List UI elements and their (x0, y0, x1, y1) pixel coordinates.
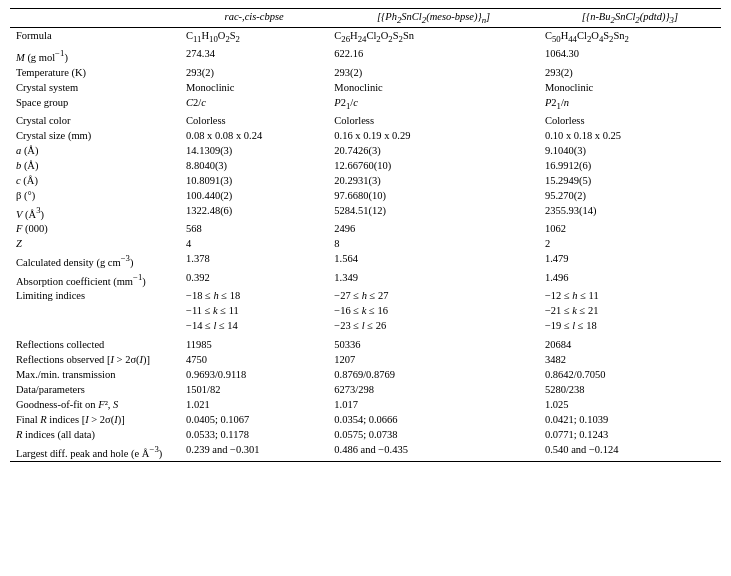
label-molar-mass: M (g mol−1) (10, 46, 180, 65)
value-crystal-system-c1: Monoclinic (180, 80, 328, 95)
value-b-c2: 12.66760(10) (328, 158, 539, 173)
value-limiting-k-c2: −16 ≤ k ≤ 16 (328, 303, 539, 318)
value-crystal-size-c2: 0.16 x 0.19 x 0.29 (328, 128, 539, 143)
value-a-c3: 9.1040(3) (539, 143, 721, 158)
value-crystal-size-c1: 0.08 x 0.08 x 0.24 (180, 128, 328, 143)
value-r-indices-observed-c1: 0.0405; 0.1067 (180, 412, 328, 427)
label-diff-peak: Largest diff. peak and hole (e Å−3) (10, 442, 180, 461)
row-diff-peak: Largest diff. peak and hole (e Å−3) 0.23… (10, 442, 721, 461)
row-formula: Formula C11H10O2S2 C26H24Cl2O2S2Sn C50H4… (10, 28, 721, 47)
value-data-parameters-c1: 1501/82 (180, 382, 328, 397)
label-crystal-system: Crystal system (10, 80, 180, 95)
value-limiting-h-c1: −18 ≤ h ≤ 18 (180, 288, 328, 303)
label-f000: F (000) (10, 221, 180, 236)
value-molar-mass-c1: 274.34 (180, 46, 328, 65)
value-volume-c3: 2355.93(14) (539, 203, 721, 222)
value-z-c1: 4 (180, 236, 328, 251)
value-transmission-c1: 0.9693/0.9118 (180, 367, 328, 382)
value-limiting-l-c1: −14 ≤ l ≤ 14 (180, 318, 328, 333)
row-reflections-observed: Reflections observed [I > 2σ(I)] 4750 12… (10, 352, 721, 367)
label-limiting-indices-k (10, 303, 180, 318)
value-transmission-c3: 0.8642/0.7050 (539, 367, 721, 382)
row-crystal-size: Crystal size (mm) 0.08 x 0.08 x 0.24 0.1… (10, 128, 721, 143)
row-r-indices-observed: Final R indices [I > 2σ(I)] 0.0405; 0.10… (10, 412, 721, 427)
label-z: Z (10, 236, 180, 251)
label-goodness-of-fit: Goodness-of-fit on F², S (10, 397, 180, 412)
label-crystal-size: Crystal size (mm) (10, 128, 180, 143)
row-space-group: Space group C2/c P21/c P21/n (10, 95, 721, 113)
value-space-group-c1: C2/c (180, 95, 328, 113)
value-limiting-k-c1: −11 ≤ k ≤ 11 (180, 303, 328, 318)
row-f000: F (000) 568 2496 1062 (10, 221, 721, 236)
row-absorption: Absorption coefficient (mm−1) 0.392 1.34… (10, 270, 721, 289)
value-reflections-collected-c2: 50336 (328, 333, 539, 352)
value-c-c2: 20.2931(3) (328, 173, 539, 188)
value-formula-c3: C50H44Cl2O4S2Sn2 (539, 28, 721, 47)
label-r-indices-all: R indices (all data) (10, 427, 180, 442)
row-volume: V (Å3) 1322.48(6) 5284.51(12) 2355.93(14… (10, 203, 721, 222)
value-molar-mass-c3: 1064.30 (539, 46, 721, 65)
value-r-indices-all-c2: 0.0575; 0.0738 (328, 427, 539, 442)
value-beta-c3: 95.270(2) (539, 188, 721, 203)
label-data-parameters: Data/parameters (10, 382, 180, 397)
header-compound2: [{Ph2SnCl2(meso-bpse)}n] (328, 9, 539, 28)
label-reflections-observed: Reflections observed [I > 2σ(I)] (10, 352, 180, 367)
value-limiting-l-c3: −19 ≤ l ≤ 18 (539, 318, 721, 333)
value-data-parameters-c3: 5280/238 (539, 382, 721, 397)
row-b: b (Å) 8.8040(3) 12.66760(10) 16.9912(6) (10, 158, 721, 173)
value-data-parameters-c2: 6273/298 (328, 382, 539, 397)
value-beta-c2: 97.6680(10) (328, 188, 539, 203)
value-r-indices-all-c1: 0.0533; 0.1178 (180, 427, 328, 442)
value-r-indices-all-c3: 0.0771; 0.1243 (539, 427, 721, 442)
value-density-c1: 1.378 (180, 251, 328, 270)
label-limiting-indices-l (10, 318, 180, 333)
value-goodness-of-fit-c1: 1.021 (180, 397, 328, 412)
value-formula-c1: C11H10O2S2 (180, 28, 328, 47)
value-crystal-size-c3: 0.10 x 0.18 x 0.25 (539, 128, 721, 143)
row-beta: β (°) 100.440(2) 97.6680(10) 95.270(2) (10, 188, 721, 203)
value-absorption-c2: 1.349 (328, 270, 539, 289)
value-diff-peak-c3: 0.540 and −0.124 (539, 442, 721, 461)
value-c-c1: 10.8091(3) (180, 173, 328, 188)
value-temperature-c3: 293(2) (539, 65, 721, 80)
label-r-indices-observed: Final R indices [I > 2σ(I)] (10, 412, 180, 427)
row-r-indices-all: R indices (all data) 0.0533; 0.1178 0.05… (10, 427, 721, 442)
label-beta: β (°) (10, 188, 180, 203)
value-goodness-of-fit-c3: 1.025 (539, 397, 721, 412)
value-space-group-c3: P21/n (539, 95, 721, 113)
value-reflections-observed-c2: 1207 (328, 352, 539, 367)
value-transmission-c2: 0.8769/0.8769 (328, 367, 539, 382)
value-diff-peak-c2: 0.486 and −0.435 (328, 442, 539, 461)
value-f000-c2: 2496 (328, 221, 539, 236)
label-crystal-color: Crystal color (10, 113, 180, 128)
label-volume: V (Å3) (10, 203, 180, 222)
label-temperature: Temperature (K) (10, 65, 180, 80)
value-formula-c2: C26H24Cl2O2S2Sn (328, 28, 539, 47)
value-molar-mass-c2: 622.16 (328, 46, 539, 65)
value-crystal-system-c3: Monoclinic (539, 80, 721, 95)
label-space-group: Space group (10, 95, 180, 113)
value-reflections-collected-c1: 11985 (180, 333, 328, 352)
label-reflections-collected: Reflections collected (10, 333, 180, 352)
value-density-c3: 1.479 (539, 251, 721, 270)
value-crystal-color-c1: Colorless (180, 113, 328, 128)
value-b-c1: 8.8040(3) (180, 158, 328, 173)
value-volume-c1: 1322.48(6) (180, 203, 328, 222)
value-density-c2: 1.564 (328, 251, 539, 270)
value-r-indices-observed-c3: 0.0421; 0.1039 (539, 412, 721, 427)
label-transmission: Max./min. transmission (10, 367, 180, 382)
header-compound3: [{n-Bu2SnCl2(pdtd)}3] (539, 9, 721, 28)
value-c-c3: 15.2949(5) (539, 173, 721, 188)
row-c: c (Å) 10.8091(3) 20.2931(3) 15.2949(5) (10, 173, 721, 188)
value-space-group-c2: P21/c (328, 95, 539, 113)
value-z-c2: 8 (328, 236, 539, 251)
label-b: b (Å) (10, 158, 180, 173)
value-goodness-of-fit-c2: 1.017 (328, 397, 539, 412)
label-limiting-indices: Limiting indices (10, 288, 180, 303)
row-limiting-indices-h: Limiting indices −18 ≤ h ≤ 18 −27 ≤ h ≤ … (10, 288, 721, 303)
value-a-c1: 14.1309(3) (180, 143, 328, 158)
value-beta-c1: 100.440(2) (180, 188, 328, 203)
row-crystal-system: Crystal system Monoclinic Monoclinic Mon… (10, 80, 721, 95)
value-f000-c3: 1062 (539, 221, 721, 236)
row-data-parameters: Data/parameters 1501/82 6273/298 5280/23… (10, 382, 721, 397)
